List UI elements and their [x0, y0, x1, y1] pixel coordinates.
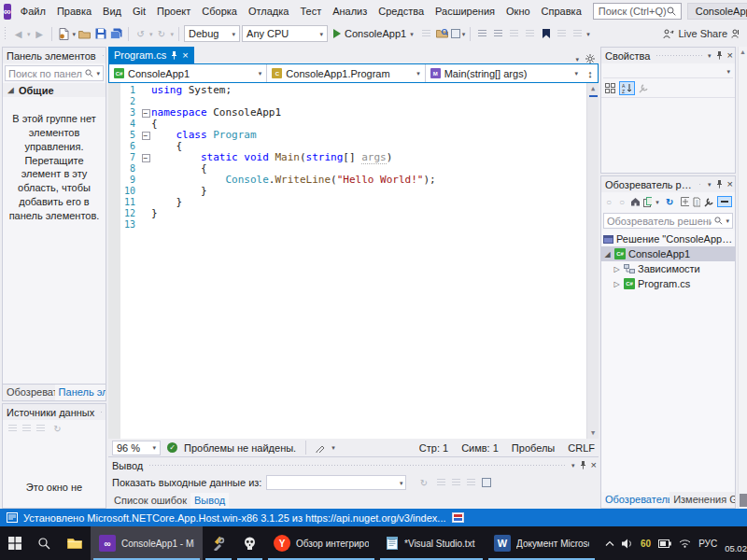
language-indicator[interactable]: РУС	[698, 539, 717, 549]
nav-member-combo[interactable]: M Main(string[] args) ▾	[426, 64, 583, 82]
uncomment-icon[interactable]	[523, 26, 537, 42]
code-line[interactable]: 13	[108, 219, 586, 231]
close-icon[interactable]: ×	[727, 179, 733, 189]
tree-item-project[interactable]: ◢ C# ConsoleApp1	[601, 246, 735, 261]
scroll-up-icon[interactable]: ▲	[740, 49, 746, 55]
close-icon[interactable]: ×	[182, 50, 188, 61]
pin-icon[interactable]	[716, 51, 723, 60]
edit-data-source-icon[interactable]	[22, 425, 31, 432]
tab-toolbox[interactable]: Панель эле...	[55, 385, 106, 400]
navigate-forward-icon[interactable]: ▶	[33, 26, 47, 42]
gear-icon[interactable]	[585, 54, 595, 63]
start-debug-button[interactable]: ConsoleApp1 ▾	[330, 24, 417, 43]
code-line[interactable]: 12}	[108, 208, 586, 219]
taskbar-word-task[interactable]: W Документ Microso...	[486, 526, 598, 560]
alphabetical-sort-icon[interactable]: AZ	[619, 81, 635, 95]
intellitrace-icon[interactable]	[451, 29, 460, 38]
code-line[interactable]: 1using System;	[108, 85, 586, 96]
properties-object-combo[interactable]: ▾	[603, 64, 733, 78]
spaces-indicator[interactable]: Пробелы	[512, 442, 555, 454]
code-editor[interactable]: 1using System;23−namespace ConsoleApp14{…	[108, 83, 599, 439]
expander-expanded-icon[interactable]: ◢	[603, 250, 612, 259]
whitespace-settings-icon[interactable]	[316, 443, 325, 453]
new-file-icon[interactable]	[57, 26, 71, 42]
solution-name-badge[interactable]: ConsoleApp1	[687, 3, 747, 20]
find-message-icon[interactable]: ↻	[416, 475, 430, 491]
health-check-icon[interactable]: ✓	[167, 442, 177, 453]
clear-all-icon[interactable]	[467, 479, 475, 486]
forward-icon[interactable]: ○	[617, 194, 627, 210]
tab-output[interactable]: Вывод	[190, 493, 229, 508]
tab-server-explorer[interactable]: Обозревате...	[3, 385, 55, 400]
pin-icon[interactable]	[171, 51, 177, 60]
find-in-files-icon[interactable]	[435, 26, 449, 42]
show-all-files-icon[interactable]	[693, 197, 701, 207]
nav-type-combo[interactable]: C ConsoleApp1.Program ▾	[267, 64, 425, 82]
tree-item-solution[interactable]: Решение "ConsoleApp1" (проекты: 1 из 1)	[601, 231, 735, 246]
menu-test[interactable]: Тест	[294, 3, 327, 20]
toggle-word-wrap-icon[interactable]	[482, 478, 491, 487]
code-line[interactable]: 7−static void Main(string[] args)	[108, 152, 586, 163]
code-line[interactable]: 11}	[108, 197, 586, 208]
tab-error-list[interactable]: Список ошибок	[110, 493, 190, 508]
chevron-down-icon[interactable]: ▾	[96, 70, 100, 77]
toolbox-section-general[interactable]: ◢ Общие	[3, 83, 106, 97]
taskbar-search-button[interactable]	[30, 526, 59, 560]
chevron-down-icon[interactable]: ▾	[708, 52, 712, 59]
previous-message-icon[interactable]	[437, 479, 445, 486]
navigate-back-icon[interactable]: ◀	[11, 26, 25, 42]
hot-reload-icon[interactable]	[419, 26, 433, 42]
property-pages-icon[interactable]	[639, 83, 649, 93]
tree-item-program-cs[interactable]: ▷ C# Program.cs	[601, 276, 735, 291]
nav-project-combo[interactable]: C# ConsoleApp1 ▾	[109, 64, 267, 82]
code-line[interactable]: 3−namespace ConsoleApp1	[108, 107, 586, 119]
chevron-down-icon[interactable]: ▾	[726, 217, 729, 224]
zoom-combo[interactable]: 96 % ▾	[112, 441, 161, 455]
refresh-icon[interactable]: ↻	[663, 194, 677, 210]
start-button[interactable]	[0, 526, 30, 560]
network-icon[interactable]	[679, 539, 691, 548]
menu-file[interactable]: Файл	[15, 3, 51, 20]
line-indicator[interactable]: Стр: 1	[419, 442, 448, 454]
save-icon[interactable]	[93, 26, 107, 42]
speaker-icon[interactable]	[622, 539, 633, 549]
toolbox-header[interactable]: Панель элементов ▾ ×	[3, 48, 106, 63]
code-line[interactable]: 9Console.WriteLine("Hello World!");	[108, 175, 586, 186]
scroll-up-icon[interactable]: ▲	[591, 85, 595, 92]
bookmark-icon[interactable]	[539, 26, 553, 42]
sync-with-active-document-icon[interactable]	[717, 196, 732, 207]
window-vertical-scrollbar[interactable]: ▲	[738, 47, 747, 509]
menu-debug[interactable]: Отладка	[243, 3, 294, 20]
close-icon[interactable]: ×	[591, 460, 597, 470]
menu-build[interactable]: Сборка	[196, 3, 243, 20]
tab-solution-explorer[interactable]: Обозреватель реше...	[601, 492, 669, 508]
toolbar-grip[interactable]	[4, 26, 7, 41]
chevron-down-icon[interactable]: ▾	[462, 31, 466, 37]
chevron-down-icon[interactable]: ▾	[575, 56, 579, 63]
menu-extensions[interactable]: Расширения	[430, 3, 500, 20]
solution-explorer-header[interactable]: Обозреватель решений ▾ ×	[601, 176, 735, 192]
chevron-down-icon[interactable]: ▾	[708, 181, 712, 188]
split-window-icon[interactable]: ↕	[583, 64, 598, 82]
scrollbar-thumb[interactable]	[740, 494, 747, 507]
tab-program-cs[interactable]: Program.cs ×	[108, 47, 194, 63]
menu-tools[interactable]: Средства	[373, 3, 430, 20]
chevron-down-icon[interactable]: ▾	[571, 462, 575, 469]
chevron-down-icon[interactable]: ▾	[171, 31, 175, 37]
indent-decrease-icon[interactable]	[475, 26, 489, 42]
menu-help[interactable]: Справка	[536, 3, 587, 20]
menu-git[interactable]: Git	[127, 3, 151, 20]
switch-views-icon[interactable]	[643, 197, 653, 207]
categorized-view-icon[interactable]	[605, 83, 615, 93]
chevron-down-icon[interactable]: ▾	[331, 444, 335, 451]
collapse-all-icon[interactable]	[681, 197, 689, 207]
pin-icon[interactable]	[580, 461, 586, 469]
add-data-source-icon[interactable]	[8, 425, 17, 432]
refresh-icon[interactable]: ↻	[50, 421, 64, 437]
chevron-down-icon[interactable]: ▾	[586, 31, 590, 37]
taskbar-vs-task[interactable]: ∞ ConsoleApp1 - Mic...	[91, 526, 203, 560]
menu-view[interactable]: Вид	[97, 3, 127, 20]
home-icon[interactable]	[630, 197, 640, 206]
feedback-icon[interactable]	[731, 29, 740, 38]
menu-analyze[interactable]: Анализ	[327, 3, 373, 20]
